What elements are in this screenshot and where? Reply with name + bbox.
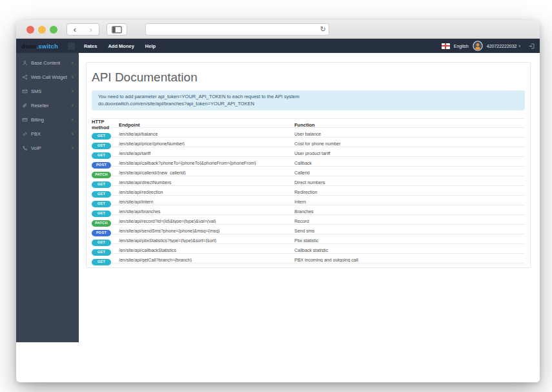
endpoint-cell: /en/site/api/redirection — [119, 190, 294, 194]
top-menu: RatesAdd MoneyHelp — [84, 43, 156, 49]
table-row: GET /en/site/api/branches Branches — [92, 205, 525, 214]
sidebar-item[interactable]: Billing ‹ — [16, 112, 79, 127]
chevron-collapse-icon: ‹ — [72, 117, 74, 123]
content-card: API Documentation You need to add parame… — [86, 62, 531, 268]
sidebar-item-label: SMS — [31, 88, 41, 94]
zoom-window-button[interactable] — [50, 26, 57, 34]
minimize-window-button[interactable] — [38, 26, 46, 34]
top-menu-item-label: Help — [145, 43, 156, 49]
english-flag-icon — [442, 43, 450, 49]
browser-toolbar: ‹ › ↻ — [16, 20, 540, 39]
sidebar-item-label: Billing — [31, 117, 44, 123]
function-cell: Record — [294, 219, 525, 223]
function-cell: Direct numbers — [294, 180, 525, 185]
top-menu-item-label: Rates — [84, 43, 97, 49]
alert-line-2: do.dooxswitch.com/en/site/api/branches?a… — [98, 101, 518, 108]
table-row: GET /en/site/api/balance User balance — [92, 127, 525, 137]
sidebar: Base Content ‹ Web Call Widget ‹ SMS ‹ R… — [16, 53, 79, 342]
table-row: GET /en/site/api/tariff User product tar… — [92, 147, 525, 156]
back-button[interactable]: ‹ — [66, 23, 83, 36]
endpoint-cell: /en/site/api/sendSms?phone={phone}&msg={… — [119, 229, 294, 233]
close-window-button[interactable] — [26, 26, 34, 34]
chevron-collapse-icon: ‹ — [72, 88, 74, 94]
top-menu-item[interactable]: Rates — [84, 43, 97, 49]
avatar[interactable] — [473, 41, 483, 51]
method-badge: GET — [92, 259, 111, 265]
sidebar-item[interactable]: VoIP ‹ — [16, 141, 79, 155]
table-row: GET /en/site/api/callbackStatistics Call… — [92, 243, 525, 253]
table-row: POST /en/site/api/callback?phoneTo={phon… — [92, 156, 525, 166]
main-content: API Documentation You need to add parame… — [79, 53, 540, 382]
forward-button[interactable]: › — [83, 23, 99, 36]
phone-icon — [22, 145, 28, 151]
sidebar-item-label: Reseller — [31, 103, 49, 108]
function-cell: Callerid — [294, 170, 525, 175]
table-row: GET /en/site/api/intern Intern — [92, 195, 525, 205]
sidebar-item[interactable]: Reseller ‹ — [16, 98, 79, 112]
endpoint-cell: /en/site/api/directNumbers — [119, 180, 294, 185]
sidebar-item[interactable]: SMS ‹ — [16, 84, 79, 98]
col-header-function: Function — [294, 122, 525, 128]
logout-icon[interactable] — [528, 43, 535, 50]
function-cell: Branches — [294, 209, 525, 214]
endpoint-cell: /en/site/api/record?id={id}&type={type}&… — [119, 219, 294, 223]
endpoint-cell: /en/site/api/intern — [119, 200, 294, 204]
app-logo[interactable]: doox.switch — [21, 43, 58, 50]
chevron-collapse-icon: ‹ — [72, 103, 74, 108]
endpoint-cell: /en/site/api/price/{phoneNumber} — [119, 141, 294, 146]
paperclip-icon — [22, 103, 28, 108]
navbar-right: English 420722222032 ▾ — [442, 41, 540, 51]
function-cell: User balance — [294, 132, 525, 136]
chevron-collapse-icon: ‹ — [72, 74, 74, 80]
table-row: PATCH /en/site/api/record?id={id}&type={… — [92, 214, 525, 224]
address-bar: ↻ — [145, 23, 329, 36]
browser-window: ‹ › ↻ doox.switch RatesAdd MoneyHelp Eng… — [16, 20, 540, 382]
reload-icon[interactable]: ↻ — [320, 25, 326, 34]
sidebar-panel-icon — [112, 26, 122, 34]
table-row: GET /en/site/api/getCall?branch={branch}… — [92, 253, 525, 263]
sidebar-toggle-button[interactable] — [107, 23, 127, 36]
alert-line-1: You need to add parameter api_token=YOUR… — [98, 94, 518, 101]
endpoint-cell: /en/site/api/callerid/{new_callerid} — [119, 170, 294, 175]
back-icon: ‹ — [74, 25, 76, 34]
menu-collapse-toggle[interactable] — [68, 43, 75, 50]
top-menu-item[interactable]: Help — [145, 43, 156, 49]
endpoint-cell: /en/site/api/tariff — [119, 151, 294, 156]
table-row: POST /en/site/api/sendSms?phone={phone}&… — [92, 224, 525, 234]
top-menu-item-label: Add Money — [108, 43, 134, 49]
table-row: GET /en/site/api/redirection Redirection — [92, 185, 525, 195]
endpoint-cell: /en/site/api/branches — [119, 209, 294, 214]
function-cell: PBX incoming and outgoing call — [294, 258, 525, 262]
function-cell: Callback — [294, 161, 525, 165]
table-row: PATCH /en/site/api/callerid/{new_calleri… — [92, 166, 525, 176]
sidebar-item-label: PBX — [31, 131, 41, 137]
sidebar-item[interactable]: PBX ‹ — [16, 127, 79, 141]
table-header: HTTP method Endpoint Function — [92, 118, 525, 127]
info-alert: You need to add parameter api_token=YOUR… — [92, 90, 525, 110]
language-selector[interactable]: English — [454, 44, 469, 48]
billing-icon — [22, 117, 28, 123]
chevron-down-icon: ▾ — [518, 44, 520, 48]
col-header-endpoint: Endpoint — [119, 122, 294, 128]
account-number: 420722222032 — [487, 44, 517, 48]
endpoint-cell: /en/site/api/callback?phoneTo={phoneTo}&… — [119, 161, 294, 165]
sidebar-item[interactable]: Base Content ‹ — [16, 56, 79, 70]
function-cell: Callback statistic — [294, 248, 525, 253]
mail-icon — [22, 88, 28, 94]
function-cell: Intern — [294, 200, 525, 204]
function-cell: Cost for phone number — [294, 141, 525, 146]
chevron-collapse-icon: ‹ — [72, 131, 74, 137]
app-navbar: doox.switch RatesAdd MoneyHelp English 4… — [16, 39, 540, 53]
function-cell: Pbx statistic — [294, 238, 525, 243]
top-menu-item[interactable]: Add Money — [108, 43, 134, 49]
account-dropdown[interactable]: 420722222032 ▾ — [487, 44, 520, 48]
sidebar-item[interactable]: Web Call Widget ‹ — [16, 70, 79, 84]
api-table: HTTP method Endpoint Function GET /en/si… — [92, 118, 525, 263]
logo-zone: doox.switch — [16, 39, 79, 53]
chevron-collapse-icon: ‹ — [72, 60, 74, 66]
url-input[interactable] — [150, 24, 316, 35]
endpoint-cell: /en/site/api/callbackStatistics — [119, 248, 294, 253]
sidebar-item-label: VoIP — [31, 145, 41, 151]
function-cell: Redirection — [294, 190, 525, 194]
table-row: GET /en/site/api/directNumbers Direct nu… — [92, 176, 525, 185]
